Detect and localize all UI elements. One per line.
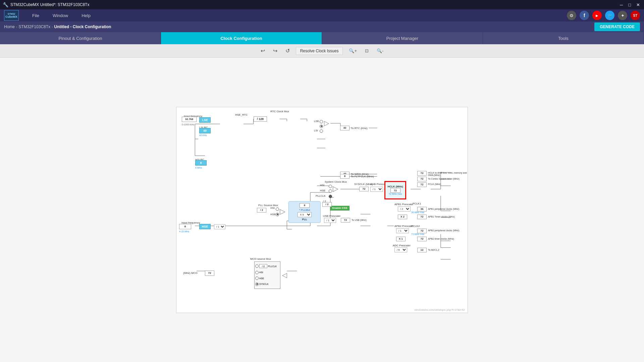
pll-label: PLL (302, 218, 307, 221)
facebook-icon[interactable]: f (580, 11, 589, 20)
menu-bar: STM32 CubeMX File Window Help ⚙ f ▶ 🐦 ✦ … (0, 9, 644, 21)
adc-prescaler-label: ADC Prescaler (393, 244, 411, 247)
hse-rtc-label: HSE_RTC (235, 113, 248, 116)
ahb-prescaler-select[interactable]: / 1/ 2/ 4 (370, 187, 383, 192)
rtc-radio-hse[interactable] (320, 120, 323, 123)
apb1-prescaler-select[interactable]: / 2/ 1/ 4 (398, 206, 411, 212)
pll-div2-box: / 2 (257, 208, 266, 213)
rtc-radio-lse[interactable] (320, 125, 323, 128)
sys-mux-shape: ▷ (333, 184, 338, 193)
to-usb-val: 72 (341, 218, 350, 223)
breadcrumb-chip[interactable]: STM32F103C8Tx (18, 24, 50, 29)
tab-project[interactable]: Project Manager (322, 32, 483, 44)
pll-radio-hse[interactable] (276, 213, 279, 216)
apb2-prescaler-select[interactable]: / 1/ 2 (396, 228, 409, 233)
zoom-in-button[interactable]: 🔍+ (347, 47, 359, 55)
sysclk-val: 72 (359, 187, 369, 191)
pll-box: 8 * PLLMul X 9X 2X 3X 4X 6 PLL (288, 201, 321, 223)
settings-icon[interactable]: ⚙ (567, 11, 576, 20)
apb2-timer-label: APB2 timer clocks (MHz) (428, 238, 454, 240)
apb1-timer-val: 72 (417, 215, 427, 219)
mco-label: (MHz) MCO (183, 272, 198, 275)
apb1-periph-label: APB1 peripheral clocks (MHz) (428, 208, 459, 210)
adc-prescaler-select[interactable]: / 6/ 2/ 4/ 8 (394, 247, 407, 252)
apb2-periph-val: 72 (417, 229, 427, 233)
close-button[interactable]: ✕ (635, 2, 641, 7)
hclk-label: HCLK (MHz) (387, 185, 403, 188)
rtc-mux-shape: ▷ (324, 119, 329, 127)
hse-div1-select[interactable]: / 1/ 2 (214, 224, 225, 229)
mco-radio-hsi[interactable] (255, 271, 259, 274)
title-bar-icon: 🔧 (3, 2, 8, 7)
apb1-periph-val: 36 (417, 207, 427, 212)
menu-file[interactable]: File (25, 11, 46, 20)
hse-freq-range: 4-15 MHz (179, 230, 189, 233)
minimize-button[interactable]: ─ (619, 2, 624, 7)
hsi-block[interactable]: 8 (195, 160, 207, 166)
sys-radio-pll[interactable] (329, 195, 332, 198)
mco-sysclk-label: SYSCLK (259, 283, 269, 285)
undo-button[interactable]: ↩ (259, 46, 267, 55)
hse-block[interactable]: HSE (199, 224, 211, 229)
cortex-val: 72 (417, 177, 427, 181)
apb2-periph-label: APB2 peripheral clocks (MHz) (428, 229, 459, 232)
tab-clock[interactable]: Clock Configuration (161, 32, 322, 44)
to-rtc-val: 40 (340, 126, 350, 130)
apb2-timer-val: 72 (417, 237, 427, 241)
generate-code-button[interactable]: GENERATE CODE (594, 22, 640, 31)
pclk1-label: PCLK1 (413, 202, 421, 205)
mco-radio-pllclk2[interactable] (255, 264, 259, 268)
refresh-button[interactable]: ↺ (283, 46, 292, 55)
mco-radio-hse[interactable] (255, 277, 259, 280)
zoom-out-button[interactable]: 🔍- (375, 47, 385, 55)
tab-bar: Pinout & Configuration Clock Configurati… (0, 32, 644, 44)
rtc-radio-lsi[interactable] (320, 129, 323, 133)
lsi-block[interactable]: 40 (199, 128, 211, 133)
system-clock-mux-label: System Clock Mux (325, 180, 347, 183)
twitter-icon[interactable]: 🐦 (605, 11, 614, 20)
menu-window[interactable]: Window (46, 11, 75, 20)
breadcrumb-sep2: › (52, 25, 53, 29)
logo-box: STM32 CubeMX (4, 10, 19, 21)
fit-screen-button[interactable]: ⊡ (363, 47, 371, 55)
star-icon[interactable]: ✦ (618, 11, 627, 20)
mco-hse-label: HSE (259, 277, 264, 280)
mco-output-arrow: ▷ (282, 272, 287, 280)
cortex-label: To Cortex System timer (MHz) (428, 178, 460, 180)
st-icon[interactable]: ST (631, 11, 640, 20)
sys-radio-hse[interactable] (329, 189, 332, 193)
apb2-prescaler-label: APB2 Prescaler (394, 225, 413, 228)
usb-prescaler-select[interactable]: / 1/ 1.5 (324, 218, 336, 223)
mco-source-mux-label: MCO source Mux (250, 257, 271, 260)
logo-text2: CubeMX (5, 15, 17, 18)
toolbar: ↩ ↪ ↺ Resolve Clock Issues 🔍+ ⊡ 🔍- (0, 44, 644, 58)
lsi-radio-label: LSI (314, 129, 318, 132)
tab-pinout[interactable]: Pinout & Configuration (0, 32, 161, 44)
hsi-pll-label: HSI (270, 206, 275, 209)
breadcrumb-home[interactable]: Home (4, 24, 15, 29)
pll-radio-hsi[interactable] (276, 207, 279, 211)
rtc-clock-mux-label: RTC Clock Mux (270, 110, 289, 113)
fclk-val: 72 (417, 182, 427, 187)
maximize-button[interactable]: □ (627, 2, 632, 7)
hse-pll-label: HSE (270, 213, 276, 216)
youtube-icon[interactable]: ▶ (592, 11, 602, 20)
menu-help[interactable]: Help (75, 11, 97, 20)
pllclk-div2-box: / 2 (322, 202, 332, 207)
pll-source-mux-label: PLL Source Mux (258, 204, 278, 207)
to-rtc-label: To RTC (KHz) (351, 127, 368, 130)
mco-pllclk-label: PLLCLK (268, 265, 277, 267)
resolve-clock-issues-button[interactable]: Resolve Clock Issues (296, 47, 343, 55)
tab-tools[interactable]: Tools (483, 32, 644, 44)
lse-block[interactable]: LSE (199, 117, 211, 123)
sys-radio-hsi[interactable] (329, 185, 332, 188)
pll-mul-select[interactable]: X 9X 2X 3X 4X 6 (298, 212, 312, 217)
hclk-bus-val: 72 (417, 171, 427, 176)
enable-css-button[interactable]: Enable CSS (330, 206, 350, 210)
mco-radio-sysclk[interactable] (255, 283, 259, 286)
div128-box: / 128 (254, 116, 267, 122)
redo-button[interactable]: ↪ (271, 46, 279, 55)
to-fltfclk-val: 8 (340, 174, 350, 179)
breadcrumb-current: Untitled - Clock Configuration (54, 24, 111, 29)
lse-input-freq: 32.768 (182, 117, 197, 122)
